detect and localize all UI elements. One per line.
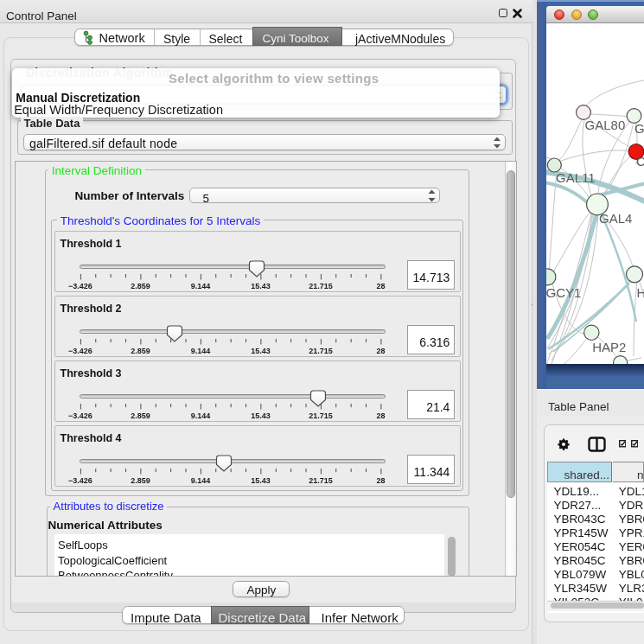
svg-text:GAL4: GAL4 — [599, 211, 632, 226]
svg-text:C: C — [636, 154, 644, 169]
svg-text:GCY1: GCY1 — [546, 285, 581, 300]
svg-text:H: H — [636, 285, 644, 300]
svg-text:GA: GA — [634, 121, 644, 136]
svg-text:HAP2: HAP2 — [592, 340, 626, 354]
svg-text:GAL80: GAL80 — [585, 118, 626, 132]
svg-text:GAL11: GAL11 — [556, 171, 596, 186]
